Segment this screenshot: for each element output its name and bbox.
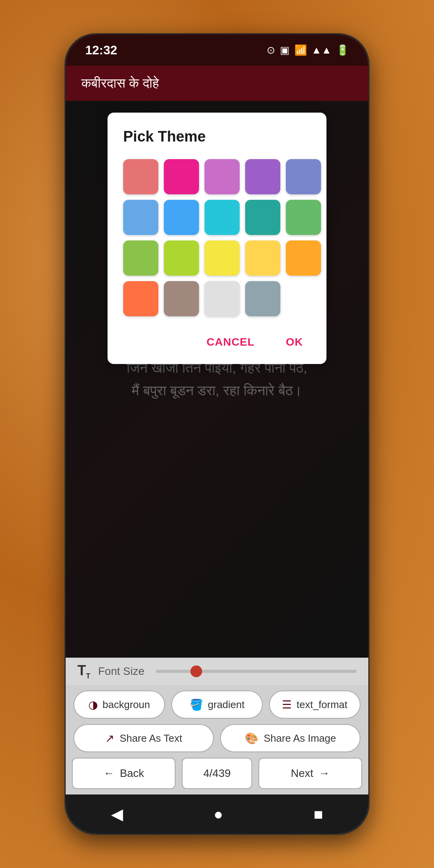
color-swatch-teal[interactable] — [245, 200, 280, 235]
background-button[interactable]: ◑ backgroun — [74, 690, 165, 719]
gradient-icon: 🪣 — [190, 698, 203, 711]
recents-nav-icon[interactable]: ■ — [314, 805, 323, 823]
next-label: Next — [291, 767, 314, 780]
dialog-buttons: CANCEL OK — [123, 324, 311, 352]
color-swatch-brown[interactable] — [164, 281, 199, 316]
color-swatch-light-blue[interactable] — [123, 200, 158, 235]
color-swatch-purple[interactable] — [245, 159, 280, 194]
home-nav-icon[interactable]: ● — [213, 805, 223, 823]
share-buttons-row: ↗ Share As Text 🎨 Share As Image — [66, 724, 368, 758]
color-swatch-hot-pink[interactable] — [164, 159, 199, 194]
ok-button[interactable]: OK — [278, 332, 311, 352]
back-nav-icon[interactable]: ◀ — [111, 805, 123, 823]
color-swatch-lime[interactable] — [164, 240, 199, 276]
color-swatch-blue-grey[interactable] — [245, 281, 280, 316]
pick-theme-dialog: Pick Theme — [108, 113, 326, 364]
back-button[interactable]: ← Back — [72, 758, 176, 789]
app-header: कबीरदास के दोहे — [66, 66, 368, 101]
dialog-overlay: Pick Theme — [66, 101, 368, 658]
nav-buttons-row: ← Back 4/439 Next → — [66, 758, 368, 794]
color-swatch-deep-orange[interactable] — [123, 281, 158, 316]
next-arrow-icon: → — [319, 767, 330, 780]
gradient-label: gradient — [208, 699, 245, 711]
bottom-area: TT Font Size ◑ backgroun 🪣 gradient ☰ — [66, 658, 368, 794]
text-format-label: text_format — [296, 699, 347, 711]
share-as-image-button[interactable]: 🎨 Share As Image — [220, 724, 360, 752]
color-swatch-indigo[interactable] — [286, 159, 321, 194]
font-size-bar: TT Font Size — [66, 658, 368, 685]
color-swatch-blue[interactable] — [164, 200, 199, 235]
action-buttons-row: ◑ backgroun 🪣 gradient ☰ text_format — [66, 685, 368, 724]
color-swatch-light-grey[interactable] — [204, 281, 240, 316]
color-swatch-violet[interactable] — [204, 159, 240, 194]
gradient-button[interactable]: 🪣 gradient — [171, 690, 263, 719]
status-bar: 12:32 ⊙ ▣ 📶 ▲▲ 🔋 — [66, 34, 368, 66]
dialog-title: Pick Theme — [123, 128, 311, 145]
font-size-icon: TT — [77, 662, 90, 680]
color-swatch-amber[interactable] — [245, 240, 280, 276]
color-swatch-salmon-red[interactable] — [123, 159, 158, 194]
main-content: जिन खोजा तिन पाइया, गहरे पानी पैठ, मैं ब… — [66, 101, 368, 658]
sd-icon: ▣ — [280, 44, 290, 56]
color-swatch-cyan[interactable] — [204, 200, 240, 235]
counter-text: 4/439 — [203, 767, 231, 780]
phone-frame: 12:32 ⊙ ▣ 📶 ▲▲ 🔋 कबीरदास के दोहे जिन खोज… — [65, 33, 369, 835]
color-swatch-green[interactable] — [286, 200, 321, 235]
screen: 12:32 ⊙ ▣ 📶 ▲▲ 🔋 कबीरदास के दोहे जिन खोज… — [66, 34, 368, 834]
text-format-button[interactable]: ☰ text_format — [269, 690, 360, 719]
share-text-label: Share As Text — [120, 732, 182, 744]
text-format-icon: ☰ — [282, 698, 292, 711]
slider-thumb — [190, 665, 202, 677]
bottom-nav: ◀ ● ■ — [66, 794, 368, 834]
font-size-label: Font Size — [98, 665, 144, 678]
back-arrow-icon: ← — [103, 767, 114, 780]
back-label: Back — [120, 767, 144, 780]
wifi-icon: 📶 — [294, 44, 307, 56]
font-size-slider[interactable] — [156, 670, 357, 673]
app-title: कबीरदास के दोहे — [81, 75, 159, 91]
background-icon: ◑ — [88, 698, 98, 711]
color-swatch-yellow[interactable] — [204, 240, 240, 276]
next-button[interactable]: Next → — [258, 758, 362, 789]
cancel-button[interactable]: CANCEL — [199, 332, 262, 352]
signal-icon: ▲▲ — [312, 44, 332, 56]
color-swatch-orange[interactable] — [286, 240, 321, 276]
share-as-text-button[interactable]: ↗ Share As Text — [74, 724, 214, 752]
share-image-label: Share As Image — [264, 732, 336, 744]
color-grid — [123, 159, 311, 316]
battery-icon: 🔋 — [336, 44, 349, 56]
color-swatch-light-green[interactable] — [123, 240, 158, 276]
counter-display: 4/439 — [182, 758, 252, 789]
share-text-icon: ↗ — [105, 732, 114, 745]
status-time: 12:32 — [85, 43, 117, 57]
circle-icon: ⊙ — [267, 44, 275, 56]
status-icons: ⊙ ▣ 📶 ▲▲ 🔋 — [267, 44, 349, 56]
share-image-icon: 🎨 — [245, 732, 258, 745]
background-label: backgroun — [102, 699, 150, 711]
